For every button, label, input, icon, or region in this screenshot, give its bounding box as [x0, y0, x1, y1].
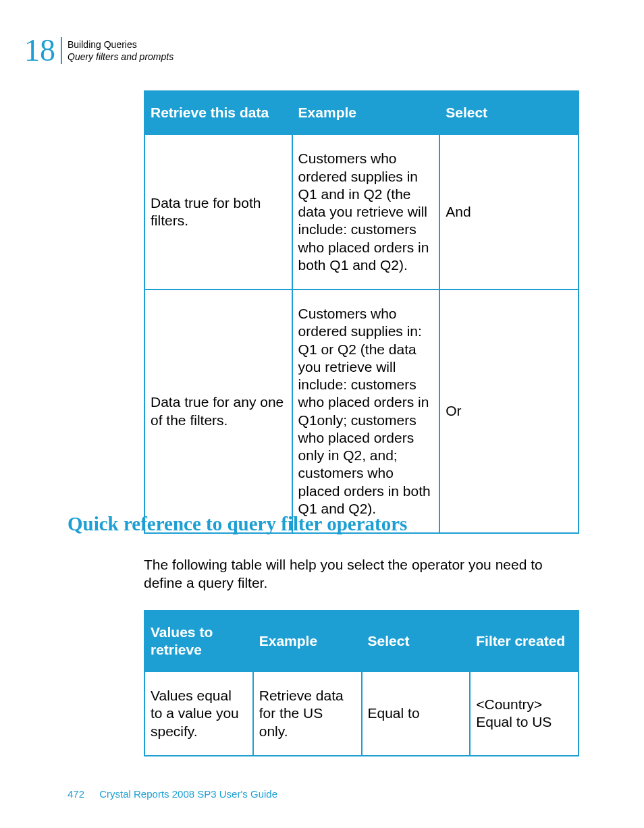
cell-example: Customers who ordered supplies in: Q1 or…: [292, 289, 440, 533]
cell-select: Or: [439, 289, 579, 533]
intro-paragraph: The following table will help you select…: [144, 555, 579, 592]
cell-select: And: [439, 134, 579, 289]
col-select: Select: [362, 611, 471, 672]
cell-retrieve: Data true for any one of the filters.: [144, 289, 292, 533]
section-heading: Quick reference to query filter operator…: [68, 513, 581, 535]
section-title: Query filters and prompts: [68, 51, 173, 63]
col-select: Select: [439, 91, 579, 134]
cell-example: Customers who ordered supplies in Q1 and…: [292, 134, 440, 289]
query-combine-table: Retrieve this data Example Select Data t…: [144, 90, 579, 534]
col-values: Values to retrieve: [144, 611, 253, 672]
cell-example: Retrieve data for the US only.: [253, 671, 362, 756]
table-row: Data true for any one of the filters. Cu…: [144, 289, 579, 533]
page-number: 472: [68, 788, 84, 800]
operator-reference-table: Values to retrieve Example Select Filter…: [144, 610, 579, 756]
header-divider: [61, 37, 62, 64]
table-header-row: Values to retrieve Example Select Filter…: [144, 611, 579, 672]
page-header: 18 Building Queries Query filters and pr…: [24, 35, 173, 66]
cell-retrieve: Data true for both filters.: [144, 134, 292, 289]
chapter-number: 18: [24, 35, 55, 66]
header-text: Building Queries Query filters and promp…: [68, 38, 173, 63]
table-row: Data true for both filters. Customers wh…: [144, 134, 579, 289]
table-row: Values equal to a value you specify. Ret…: [144, 671, 579, 756]
col-example: Example: [253, 611, 362, 672]
col-example: Example: [292, 91, 440, 134]
table-header-row: Retrieve this data Example Select: [144, 91, 579, 134]
col-filter: Filter created: [470, 611, 579, 672]
main-content: Retrieve this data Example Select Data t…: [144, 90, 579, 534]
cell-filter: <Country> Equal to US: [470, 671, 579, 756]
cell-values: Values equal to a value you specify.: [144, 671, 253, 756]
document-title: Crystal Reports 2008 SP3 User's Guide: [99, 788, 277, 800]
section: Quick reference to query filter operator…: [68, 513, 581, 756]
chapter-title: Building Queries: [68, 38, 173, 51]
page-footer: 472 Crystal Reports 2008 SP3 User's Guid…: [68, 788, 277, 800]
cell-select: Equal to: [362, 671, 471, 756]
col-retrieve: Retrieve this data: [144, 91, 292, 134]
